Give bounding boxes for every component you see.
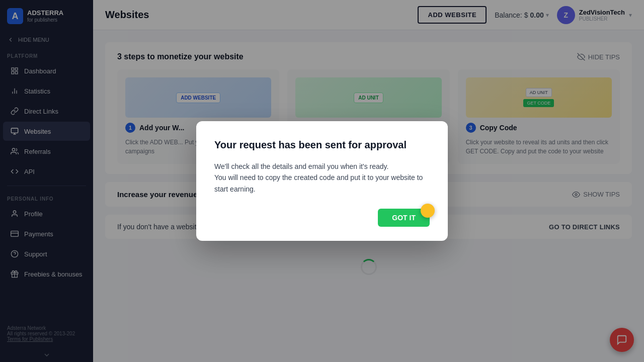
approval-modal: Your request has been sent for approval … xyxy=(196,121,448,241)
modal-body: We'll check all the details and email yo… xyxy=(214,161,430,195)
modal-footer: GOT IT xyxy=(214,209,430,227)
modal-title: Your request has been sent for approval xyxy=(214,139,430,151)
cursor-indicator xyxy=(421,204,435,218)
modal-overlay[interactable]: Your request has been sent for approval … xyxy=(0,0,644,362)
got-it-button[interactable]: GOT IT xyxy=(378,209,430,227)
